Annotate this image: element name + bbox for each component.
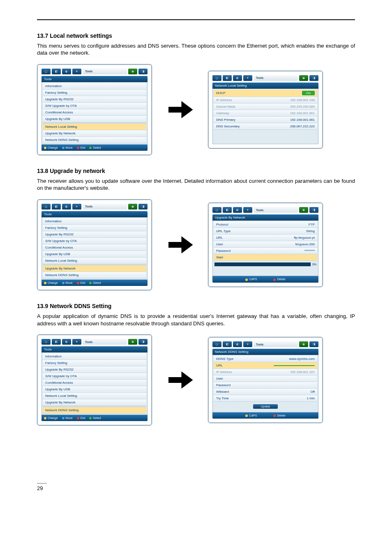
- body-13-7: This menu serves to configure addresses …: [37, 42, 355, 57]
- wild-value: Off: [310, 390, 315, 394]
- update-button[interactable]: Update: [253, 404, 278, 409]
- menu-item[interactable]: Network Local Setting: [43, 393, 146, 399]
- row-ddns-type[interactable]: DDNS Type www.dyndns.com: [214, 356, 317, 362]
- row-url[interactable]: URL: [214, 362, 317, 369]
- row-trytime[interactable]: Try Time 1 min: [214, 395, 317, 402]
- tab-tools: Tools: [254, 75, 298, 81]
- mask-label: Subnet Mask: [216, 105, 235, 108]
- tab-tools: Tools: [254, 341, 298, 347]
- tab-icon: ◉: [299, 207, 308, 213]
- row-dhcp[interactable]: DHCP On: [214, 90, 317, 97]
- tab-tools: Tools: [83, 339, 127, 345]
- footer-select: Select: [93, 417, 101, 419]
- heading-13-7: 13.7 Local network settings: [37, 32, 355, 39]
- dns2-value: 208.067.222.222: [290, 124, 315, 128]
- menu-item-selected[interactable]: Network Local Setting: [43, 124, 146, 130]
- tabbar: ◻ ◧ ◐ ▾ Tools ◉ ◨: [212, 341, 318, 347]
- menu-item[interactable]: Conditional Access: [43, 244, 146, 251]
- tools-menu-screenshot-1: ◻ ◧ ◐ ▾ Tools ◉ ◨ Tools Information Fact…: [37, 64, 152, 155]
- ip-label: IP Address: [216, 370, 232, 374]
- wild-label: Wildcard: [216, 390, 229, 394]
- footer-move: Move: [66, 281, 73, 284]
- tools-menu-screenshot-3: ◻ ◧ ◐ ▾ Tools ◉ ◨ Tools Information Fact…: [37, 334, 152, 426]
- menu-item[interactable]: Factory Setting: [43, 225, 146, 231]
- try-value: 1 min: [307, 396, 315, 400]
- figure-13-8: ◻ ◧ ◐ ▾ Tools ◉ ◨ Tools Information Fact…: [37, 199, 355, 290]
- menu-item-selected[interactable]: Upgrade By Network: [43, 265, 146, 272]
- row-wildcard[interactable]: Wildcard Off: [214, 389, 317, 395]
- footer-help: Change Move Exit Select: [42, 415, 148, 421]
- pass-label: Password: [216, 383, 231, 387]
- row-password[interactable]: Password ********: [214, 248, 317, 254]
- menu-item[interactable]: Upgrade By RS232: [43, 231, 146, 238]
- menu-item[interactable]: Upgrade By Network: [43, 130, 146, 137]
- row-dns2[interactable]: DNS Secondary 208.067.222.222: [214, 123, 317, 130]
- menu-item[interactable]: S/W Upgrade by OTA: [43, 238, 146, 244]
- menu-item[interactable]: Upgrade By RS232: [43, 96, 146, 103]
- footer-change: Change: [48, 146, 58, 149]
- tabbar: ◻ ◧ ◐ ▾ Tools ◉ ◨: [212, 207, 318, 213]
- menu-item[interactable]: Information: [43, 353, 146, 360]
- pass-label: Password: [216, 249, 231, 253]
- menu-item[interactable]: Upgrade By USB: [43, 116, 146, 122]
- tabbar: ◻ ◧ ◐ ▾ Tools ◉ ◨: [42, 204, 148, 210]
- urltype-value: String: [306, 229, 315, 233]
- footer-help: Change Move Exit Select: [42, 280, 148, 286]
- menu-item[interactable]: Network DDNS Setting: [43, 137, 146, 143]
- tab-icon: ▾: [243, 207, 252, 213]
- menu-item[interactable]: Network DDNS Setting: [43, 272, 146, 279]
- row-urltype[interactable]: URL Type String: [214, 228, 317, 235]
- menu-item[interactable]: Conditional Access: [43, 380, 146, 386]
- dns1-value: 192.168.001.001: [290, 118, 315, 122]
- tabbar: ◻ ◧ ◐ ▾ Tools ◉ ◨: [212, 75, 318, 81]
- heading-13-8: 13.8 Upgrade by network: [37, 168, 355, 174]
- tab-icon: ◧: [52, 204, 61, 210]
- menu-panel: Information Factory Setting Upgrade By R…: [42, 217, 148, 280]
- tab-icon: ▾: [72, 69, 81, 74]
- tab-icon: ◨: [309, 207, 318, 213]
- menu-item[interactable]: S/W Upgrade by OTA: [43, 373, 146, 380]
- arrow-icon: [164, 230, 196, 259]
- footer-exit: Exit: [81, 281, 85, 284]
- tab-icon: ◨: [138, 69, 148, 74]
- tab-icon: ◐: [233, 75, 242, 81]
- panel-title: Upgrade By Network: [212, 214, 318, 221]
- row-password[interactable]: Password: [214, 382, 317, 389]
- menu-item[interactable]: Upgrade By RS232: [43, 366, 146, 373]
- tab-icon: ◻: [42, 69, 51, 74]
- gw-label: Gateway: [216, 111, 229, 115]
- arrow-icon: [164, 95, 196, 124]
- footer-select: Select: [93, 281, 101, 284]
- row-user[interactable]: User ferguson-200: [214, 241, 317, 248]
- menu-item[interactable]: Information: [43, 83, 146, 90]
- tabbar: ◻ ◧ ◐ ▾ Tools ◉ ◨: [42, 339, 148, 345]
- tab-icon: ◐: [62, 339, 71, 345]
- menu-item[interactable]: Upgrade By Network: [43, 399, 146, 406]
- row-dns1[interactable]: DNS Primary 192.168.001.001: [214, 117, 317, 123]
- footer-change: Change: [48, 281, 58, 284]
- row-start[interactable]: Start: [214, 254, 317, 261]
- row-user[interactable]: User: [214, 375, 317, 382]
- menu-item[interactable]: Factory Setting: [43, 90, 146, 96]
- menu-item[interactable]: Information: [43, 218, 146, 225]
- progress: 0%: [214, 263, 316, 266]
- menu-item[interactable]: Conditional Access: [43, 109, 146, 116]
- detail-panel: DDNS Type www.dyndns.com URL IP Address …: [212, 355, 318, 412]
- footer-move: Move: [66, 417, 73, 419]
- top-rule: [37, 19, 355, 20]
- upgrade-network-screenshot: ◻ ◧ ◐ ▾ Tools ◉ ◨ Upgrade By Network Pro…: [208, 203, 323, 287]
- tab-icon: ◨: [309, 341, 318, 347]
- row-protocol[interactable]: Protocol FTP: [214, 221, 317, 228]
- menu-item-selected[interactable]: Network DDNS Setting: [43, 407, 146, 414]
- user-label: User: [216, 242, 223, 246]
- footer-delete: Delete: [277, 278, 285, 281]
- menu-item[interactable]: Upgrade By USB: [43, 251, 146, 258]
- tab-icon: ◨: [138, 204, 148, 210]
- menu-item[interactable]: S/W Upgrade by OTA: [43, 103, 146, 109]
- row-url[interactable]: URL ftp.ferguson.pl: [214, 235, 317, 241]
- tab-icon: ◐: [62, 69, 71, 74]
- menu-item[interactable]: Factory Setting: [43, 360, 146, 366]
- menu-item[interactable]: Upgrade By USB: [43, 386, 146, 393]
- tab-icon: ▾: [72, 204, 81, 210]
- menu-item[interactable]: Network Local Setting: [43, 258, 146, 264]
